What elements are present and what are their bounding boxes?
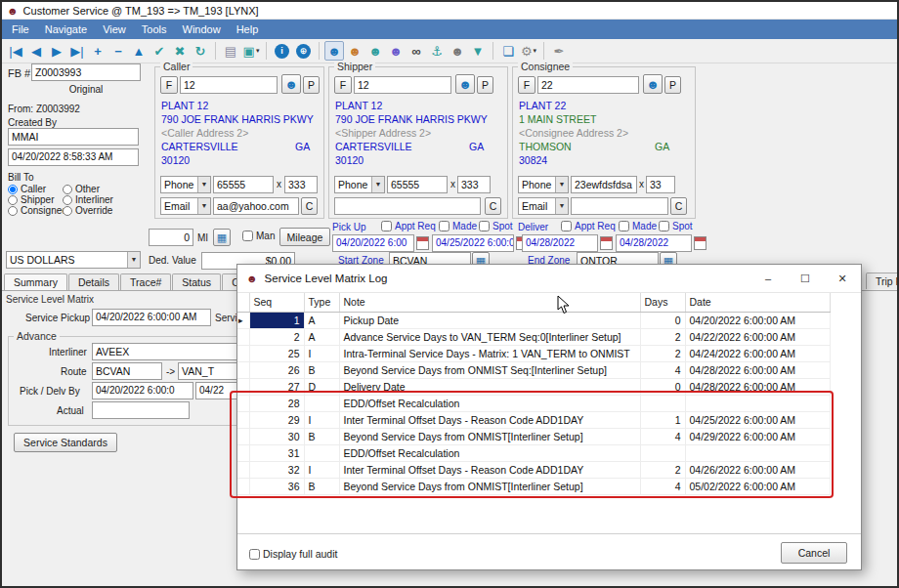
bill-to-interliner-radio-input[interactable]	[63, 195, 72, 205]
dropdown-arrow-icon[interactable]: ▼	[197, 198, 210, 214]
calendar-icon[interactable]	[600, 236, 613, 250]
menu-view[interactable]: View	[95, 21, 134, 37]
drivers-icon[interactable]: ☻	[365, 41, 385, 61]
caller-phone-field[interactable]: 65555	[213, 176, 274, 193]
deliver-appt-req-checkbox[interactable]: Appt Req	[561, 221, 616, 231]
note-cell[interactable]: Intra-Terminal Service Days - Matrix: 1 …	[339, 345, 640, 361]
shipper-contact-icon[interactable]: ☻	[455, 74, 475, 94]
currency-combo[interactable]: US DOLLARS▼	[6, 251, 141, 269]
tab-trip[interactable]: Trip Re	[866, 273, 899, 289]
web-icon[interactable]: ⊕	[296, 44, 311, 59]
consignee-contact-icon[interactable]: ☻	[643, 74, 663, 94]
consignee-phone-field[interactable]: 23ewfdsfdsa	[571, 176, 637, 193]
log-row[interactable]: 26BBeyond Service Days from ONMIST Seq:[…	[237, 361, 830, 378]
pickup-spot-checkbox[interactable]: Spot	[479, 221, 513, 231]
days-cell[interactable]: 0	[640, 312, 685, 328]
deliver-spot-checkbox[interactable]: Spot	[659, 221, 693, 231]
pickup-made-checkbox-input[interactable]	[439, 221, 450, 231]
cancel-edit-icon[interactable]: ✖	[170, 41, 190, 61]
post-edit-icon[interactable]: ✔	[150, 41, 169, 61]
row-indicator-cell[interactable]	[237, 361, 249, 378]
close-button[interactable]: ✕	[824, 265, 861, 292]
service-standards-button[interactable]: Service Standards	[14, 433, 117, 452]
caller-contact-icon[interactable]: ☻	[281, 74, 301, 94]
info-icon[interactable]: i	[275, 44, 289, 59]
deliver-date-field[interactable]: 04/28/2022	[522, 234, 598, 252]
shipper-ext-field[interactable]: 333	[457, 176, 491, 193]
tab-details[interactable]: Details	[68, 273, 119, 290]
note-cell[interactable]: Beyond Service Days from ONMIST Seq:[Int…	[339, 361, 640, 378]
mileage-button[interactable]: Mileage	[279, 228, 330, 246]
caller-phone-combo[interactable]: Phone▼	[160, 176, 211, 193]
pickup-spot-checkbox-input[interactable]	[479, 221, 490, 231]
consignee-f-button[interactable]: F	[518, 76, 535, 94]
dropdown-arrow-icon[interactable]: ▼	[555, 177, 568, 192]
tab-status[interactable]: Status	[172, 273, 221, 290]
binoculars-icon[interactable]: ∞	[407, 41, 426, 61]
consignee-email-combo[interactable]: Email▼	[518, 197, 569, 215]
calendar-icon[interactable]	[416, 236, 429, 250]
customer-service-icon[interactable]: ☻	[324, 41, 344, 61]
manual-mileage-checkbox-input[interactable]	[242, 231, 253, 241]
log-row[interactable]: 2AAdvance Service Days to VAN_TERM Seq:0…	[237, 328, 830, 345]
calendar-icon[interactable]	[694, 236, 706, 250]
edit-record-icon[interactable]: ▲	[129, 41, 149, 61]
row-indicator-cell[interactable]: ▸	[237, 312, 249, 328]
delete-record-icon[interactable]: −	[108, 41, 128, 61]
actual-field[interactable]	[92, 401, 190, 419]
first-record-icon[interactable]: |◀	[6, 41, 25, 61]
interliner-field[interactable]: AVEEX	[92, 343, 238, 360]
prior-record-icon[interactable]: ◀	[26, 41, 46, 61]
dropdown-arrow-icon[interactable]: ▼	[555, 198, 568, 214]
new-window-icon[interactable]: ❏	[498, 41, 518, 61]
mileage-lookup-icon[interactable]: ▦	[213, 229, 231, 246]
deliver-made-checkbox-input[interactable]	[619, 221, 629, 231]
seq-cell[interactable]: 25	[249, 345, 304, 361]
customers-icon[interactable]: ☻	[345, 41, 364, 61]
distance-field[interactable]: 0	[149, 229, 193, 246]
type-cell[interactable]: I	[304, 345, 339, 361]
col-seq[interactable]: Seq	[249, 293, 304, 312]
date-cell[interactable]: 04/22/2022 6:00:00 AM	[685, 328, 830, 345]
caller-f-button[interactable]: F	[160, 76, 178, 94]
maximize-button[interactable]: ☐	[787, 265, 824, 292]
manual-mileage-checkbox[interactable]: Man	[242, 231, 275, 241]
bill-to-override-radio[interactable]: Override	[63, 205, 112, 216]
deliver-appt-req-checkbox-input[interactable]	[561, 221, 572, 231]
col-type[interactable]: Type	[304, 293, 339, 312]
seq-cell[interactable]: 1	[249, 312, 304, 328]
consignee-id-field[interactable]: 22	[537, 76, 639, 94]
shipper-p-button[interactable]: P	[477, 76, 493, 94]
carriers-icon[interactable]: ☻	[386, 41, 406, 61]
bill-to-caller-radio[interactable]: Caller	[8, 184, 46, 194]
last-record-icon[interactable]: ▶|	[67, 41, 87, 61]
signature-icon[interactable]: ✒	[549, 41, 569, 61]
tab-summary[interactable]: Summary	[4, 273, 67, 290]
consignee-ext-field[interactable]: 33	[646, 176, 675, 193]
type-cell[interactable]: A	[304, 328, 339, 345]
bill-to-other-radio[interactable]: Other	[63, 184, 100, 194]
col-note[interactable]: Note	[339, 293, 640, 312]
user-icon[interactable]: ☻	[448, 41, 467, 61]
shipper-c-button[interactable]: C	[485, 197, 501, 215]
days-cell[interactable]: 2	[640, 328, 685, 345]
note-cell[interactable]: Pickup Date	[339, 312, 640, 328]
bill-to-shipper-radio-input[interactable]	[8, 195, 18, 205]
shipper-email-field[interactable]	[334, 197, 481, 215]
days-cell[interactable]: 4	[640, 361, 685, 378]
date-cell[interactable]: 04/28/2022 6:00:00 AM	[685, 361, 830, 378]
bill-to-override-radio-input[interactable]	[63, 206, 72, 216]
pickup-date-field[interactable]: 04/20/2022 6:00	[332, 234, 414, 252]
tab-trace[interactable]: Trace#	[120, 273, 171, 290]
display-full-audit-checkbox[interactable]: Display full audit	[249, 548, 337, 560]
bill-to-caller-radio-input[interactable]	[8, 185, 18, 194]
dropdown-arrow-icon[interactable]: ▼	[127, 252, 140, 268]
bill-to-shipper-radio[interactable]: Shipper	[8, 194, 54, 205]
dialog-title-bar[interactable]: ☻ Service Level Matrix Log – ☐ ✕	[237, 265, 861, 292]
refresh-icon[interactable]: ↻	[191, 41, 210, 61]
settings-icon[interactable]: ⚙▾	[519, 41, 538, 61]
caller-ext-field[interactable]: 333	[284, 176, 318, 193]
bill-to-other-radio-input[interactable]	[63, 185, 72, 194]
consignee-c-button[interactable]: C	[670, 197, 687, 215]
shipper-phone-combo[interactable]: Phone▼	[334, 176, 385, 193]
